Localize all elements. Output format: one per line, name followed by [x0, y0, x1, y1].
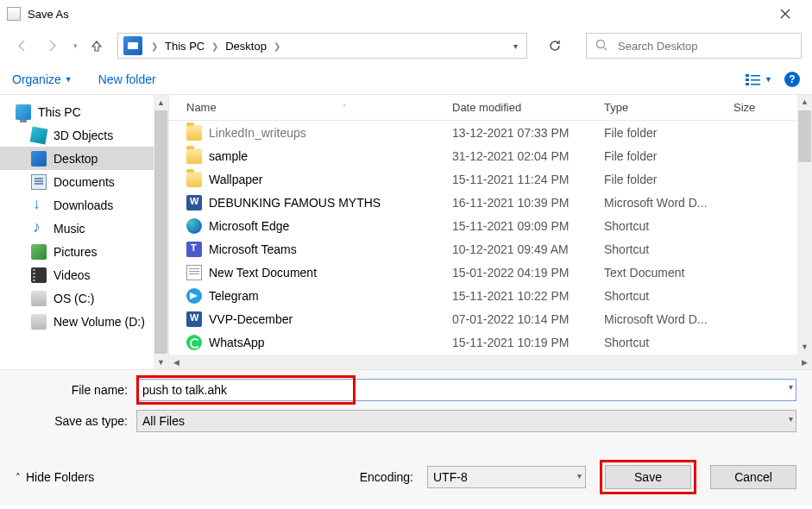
file-date: 15-01-2022 04:19 PM — [452, 266, 604, 280]
file-row[interactable]: LinkedIn_writeups13-12-2021 07:33 PMFile… — [169, 121, 812, 144]
tree-item[interactable]: New Volume (D:) — [0, 310, 168, 333]
filename-input[interactable] — [136, 379, 796, 401]
refresh-button[interactable] — [538, 33, 572, 59]
newfolder-label: New folder — [98, 72, 156, 86]
encoding-select[interactable]: UTF-8 ▾ — [427, 466, 586, 488]
tree-item[interactable]: 3D Objects — [0, 123, 168, 147]
file-type: File folder — [604, 149, 733, 163]
file-icon — [186, 125, 202, 141]
help-button[interactable]: ? — [784, 72, 800, 87]
column-headers: Name˄ Date modified Type Size — [169, 95, 812, 121]
scroll-thumb[interactable] — [154, 110, 167, 354]
file-type: Shortcut — [604, 219, 733, 233]
tree-item-label: Desktop — [54, 152, 98, 166]
file-name: sample — [209, 149, 248, 163]
tree-this-pc[interactable]: This PC — [0, 100, 168, 123]
tree-item-label: 3D Objects — [54, 129, 113, 142]
scroll-left-icon[interactable]: ◀ — [169, 358, 184, 367]
tree-item-icon — [31, 198, 47, 213]
up-button[interactable] — [86, 35, 107, 56]
tree-item[interactable]: Desktop — [0, 147, 168, 170]
file-row[interactable]: Telegram15-11-2021 10:22 PMShortcut — [169, 284, 812, 307]
savetype-value: All Files — [142, 414, 185, 428]
vertical-scrollbar[interactable]: ▲ ▼ — [797, 95, 812, 355]
file-row[interactable]: Microsoft Teams10-12-2021 09:49 AMShortc… — [169, 237, 812, 261]
file-name: VVP-December — [209, 312, 293, 326]
breadcrumb-this-pc[interactable]: This PC — [161, 40, 208, 53]
file-type: Microsoft Word D... — [604, 312, 733, 326]
tree-item[interactable]: Music — [0, 217, 168, 240]
nav-row: ▾ ❯ This PC ❯ Desktop ❯ ▾ — [0, 28, 812, 64]
file-date: 07-01-2022 10:14 PM — [452, 312, 604, 326]
scroll-right-icon[interactable]: ▶ — [797, 358, 812, 367]
file-date: 15-11-2021 10:19 PM — [452, 336, 604, 349]
form-area: File name: ▾ Save as type: All Files ▾ — [0, 369, 812, 446]
filename-label: File name: — [16, 383, 136, 397]
organize-button[interactable]: Organize ▼ — [12, 72, 72, 86]
savetype-label: Save as type: — [16, 414, 136, 428]
tree-scrollbar[interactable]: ▲ ▼ — [154, 95, 168, 369]
view-options-button[interactable]: ▼ — [745, 72, 772, 86]
savetype-select[interactable]: All Files — [136, 410, 796, 432]
breadcrumb-desktop[interactable]: Desktop — [222, 40, 270, 53]
col-type[interactable]: Type — [604, 101, 733, 114]
back-button[interactable] — [10, 34, 35, 58]
file-name: Telegram — [209, 289, 259, 303]
col-date[interactable]: Date modified — [452, 101, 604, 114]
search-input[interactable] — [616, 39, 801, 53]
breadcrumb[interactable]: ❯ This PC ❯ Desktop ❯ ▾ — [117, 33, 527, 59]
file-name: Microsoft Edge — [209, 219, 289, 233]
file-icon — [186, 242, 202, 257]
tree-item[interactable]: Documents — [0, 170, 168, 193]
svg-rect-5 — [751, 79, 760, 81]
file-date: 15-11-2021 11:24 PM — [452, 173, 604, 186]
tree-item-icon — [31, 314, 47, 330]
tree-item[interactable]: Videos — [0, 263, 168, 286]
chevron-right-icon: ❯ — [270, 41, 284, 51]
file-date: 13-12-2021 07:33 PM — [452, 126, 604, 140]
scroll-down-icon[interactable]: ▼ — [797, 340, 812, 355]
tree-item-label: Pictures — [54, 245, 98, 259]
file-row[interactable]: DEBUNKING FAMOUS MYTHS16-11-2021 10:39 P… — [169, 191, 812, 214]
titlebar: Save As — [0, 0, 812, 28]
chevron-down-icon[interactable]: ▾ — [789, 414, 793, 424]
file-row[interactable]: sample31-12-2021 02:04 PMFile folder — [169, 144, 812, 167]
search-icon — [587, 39, 616, 53]
cancel-button[interactable]: Cancel — [710, 465, 796, 489]
tree-item[interactable]: OS (C:) — [0, 286, 168, 310]
recent-dropdown[interactable]: ▾ — [69, 34, 81, 58]
footer: ˄ Hide Folders Encoding: UTF-8 ▾ Save Ca… — [0, 446, 812, 505]
horizontal-scrollbar[interactable]: ◀ ▶ — [169, 355, 812, 369]
tree-item-icon — [31, 151, 47, 167]
col-name[interactable]: Name˄ — [169, 101, 452, 114]
file-name: New Text Document — [209, 266, 317, 280]
breadcrumb-dropdown[interactable]: ▾ — [505, 41, 526, 51]
monitor-icon — [16, 104, 31, 120]
file-row[interactable]: New Text Document15-01-2022 04:19 PMText… — [169, 261, 812, 284]
file-name: WhatsApp — [209, 336, 265, 349]
new-folder-button[interactable]: New folder — [98, 72, 156, 86]
file-row[interactable]: VVP-December07-01-2022 10:14 PMMicrosoft… — [169, 307, 812, 330]
scroll-up-icon[interactable]: ▲ — [797, 95, 812, 110]
file-type: Shortcut — [604, 289, 733, 303]
file-name: Microsoft Teams — [209, 242, 297, 256]
tree-item[interactable]: Pictures — [0, 240, 168, 263]
search-box[interactable] — [586, 33, 802, 59]
hide-folders-button[interactable]: ˄ Hide Folders — [16, 470, 94, 484]
save-button[interactable]: Save — [605, 465, 691, 489]
scroll-down-icon[interactable]: ▼ — [154, 355, 168, 369]
file-row[interactable]: Wallpaper15-11-2021 11:24 PMFile folder — [169, 167, 812, 191]
file-type: Text Document — [604, 266, 733, 280]
file-row[interactable]: WhatsApp15-11-2021 10:19 PMShortcut — [169, 330, 812, 354]
file-type: Shortcut — [604, 336, 733, 349]
scroll-up-icon[interactable]: ▲ — [154, 95, 168, 110]
close-button[interactable] — [765, 0, 805, 28]
forward-button[interactable] — [40, 34, 64, 58]
scroll-thumb[interactable] — [798, 110, 811, 162]
file-date: 10-12-2021 09:49 AM — [452, 242, 604, 256]
file-row[interactable]: Microsoft Edge15-11-2021 09:09 PMShortcu… — [169, 214, 812, 237]
tree-item[interactable]: Downloads — [0, 193, 168, 217]
chevron-down-icon[interactable]: ▾ — [789, 382, 793, 392]
chevron-down-icon: ▾ — [577, 471, 582, 481]
highlight-box: Save — [600, 460, 696, 494]
